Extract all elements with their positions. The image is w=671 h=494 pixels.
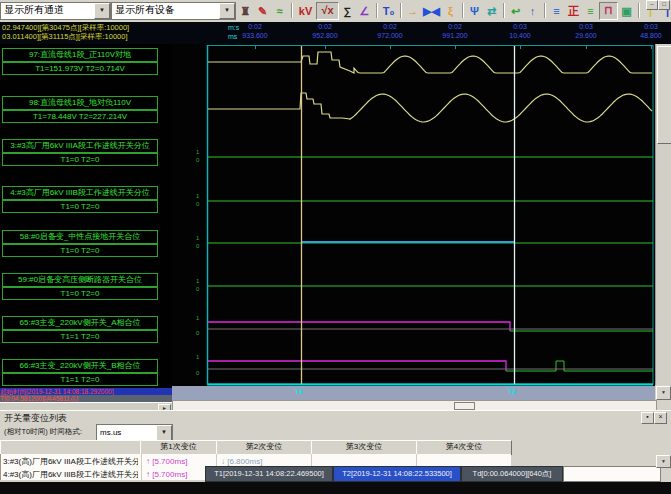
channel-value-box: T1=78.448V T2=227.214V [2,110,158,123]
pulse-icon[interactable]: ⊓ [599,2,618,20]
level-marker-1: 1 [196,278,200,284]
time-tick-label: 0:0348.800 [628,23,671,40]
chevron-down-icon[interactable]: ▼ [156,425,172,441]
cursor-label-strip: T1T2 [172,386,655,400]
up-icon[interactable]: ↑ [524,2,541,20]
toolbar-separator [462,3,463,18]
trace-97 [208,52,652,73]
channel-value-box: T1=1 T2=0 [2,373,158,386]
tick-millis: 952.800 [302,32,348,41]
time-tick-label: 0:02972.000 [367,23,413,40]
hscroll-thumb[interactable] [454,402,475,410]
chevron-down-icon[interactable]: ▼ [94,3,110,19]
channel-name-box[interactable]: 4:#3高厂用6kV IIIB段工作进线开关分位 [2,186,158,200]
tick-millis: 29.600 [563,32,609,41]
channel-value-box: T1=0 T2=0 [2,153,158,166]
close-icon[interactable]: × [654,412,667,424]
channel-name-box[interactable]: 3:#3高厂用6kV IIIA段工作进线开关分位 [2,139,158,153]
toolbar-separator [503,3,504,18]
table-scroll-down-icon[interactable]: ▼ [656,455,671,468]
cursor-info-band: 02.947400][第30475点][采样率:10000] 03.011400… [0,22,671,44]
level-marker-0: 0 [196,370,200,376]
device-icon[interactable]: ♜ [237,2,254,20]
angle-icon[interactable]: ∠ [356,2,373,20]
list-icon[interactable]: ≡ [548,2,565,20]
wave-icon[interactable]: ≈ [271,2,288,20]
channel-name-box[interactable]: 58:#0启备变_中性点接地开关合位 [2,230,158,244]
status-t1-time: T1[2019-12-31 14:08:22.469500] [205,466,333,482]
time-format-combo[interactable]: ms.us ▼ [96,424,173,441]
cursor-label-t1[interactable]: T1 [295,388,303,395]
chevron-down-icon[interactable]: ▼ [219,3,235,19]
kv-icon[interactable]: kV [295,2,316,20]
channel-name-box[interactable]: 66:#3主变_220kV侧开关_B相合位 [2,359,158,373]
play-marks-icon[interactable]: ▶◀ [421,2,442,20]
row-channel-name[interactable]: 3:#3(高)厂用6kV IIIA段工作进线开关分位 [3,455,138,468]
vscroll-thumb[interactable] [657,46,671,144]
header-change-1: 第1次变位 [140,440,217,455]
time-tick-label: 0:02933.600 [232,23,278,40]
record-start-info[interactable]: 起始时间[2019-12-31 14:08:18.292000] [0,388,172,395]
t0-icon[interactable]: T₀ [380,2,397,20]
toolbar-separator [400,3,401,18]
header-change-4: 第4次变位 [416,440,512,455]
channel-name-box[interactable]: 59:#0启备变高压侧断路器开关合位 [2,273,158,287]
pin-icon[interactable]: ▪ [641,412,654,424]
header-channel [0,440,141,455]
tick-minutes: 0:03 [563,23,609,32]
channel-value-box: T1=0 T2=0 [2,244,158,257]
scale-icon[interactable]: Ψ [466,2,483,20]
level-marker-1: 1 [196,235,200,241]
plot-frame [208,46,654,385]
level-marker-1: 1 [196,315,200,321]
tick-millis: 972.000 [367,32,413,41]
swap-icon[interactable]: ⇄ [483,2,500,20]
level-marker-0: 0 [196,286,200,292]
maximize-button[interactable]: □ [658,0,670,10]
tick-millis: 933.600 [232,32,278,41]
time-format-value: ms.us [100,428,121,437]
back-icon[interactable]: ↩ [507,2,524,20]
time-tick-label: 0:0329.600 [563,23,609,40]
channel-filter-value: 显示所有通道 [4,4,64,15]
zheng-icon[interactable]: 正 [565,2,582,20]
row-channel-name[interactable]: 4:#3(高)厂用6kV IIIB段工作进线开关分位 [3,468,138,481]
header-change-2: 第2次变位 [216,440,312,455]
channel-name-box[interactable]: 97:直流母线1段_正110V对地 [2,48,158,62]
device-filter-combo[interactable]: 显示所有设备 ▼ [111,2,236,20]
cursor-label-t2[interactable]: T2 [508,388,516,395]
tick-minutes: 0:02 [432,23,478,32]
copy-icon[interactable]: ▣ [618,2,635,20]
level-marker-0: 0 [196,330,200,336]
jump-icon[interactable]: → [404,2,421,20]
channel-filter-combo[interactable]: 显示所有通道 ▼ [0,2,111,20]
t2-sample-info: 03.011400][第31115点][采样率:10000] [2,33,128,41]
level-marker-1: 1 [196,193,200,199]
channel-name-box[interactable]: 65:#3主变_220kV侧开关_A相合位 [2,316,158,330]
fault-recorder-app: { "toolbar": { "combo1": "显示所有通道", "comb… [0,0,671,494]
pen-icon[interactable]: ✎ [254,2,271,20]
row-change-1[interactable]: ↑ [5.700ms] [146,468,214,481]
level-marker-0: 0 [196,201,200,207]
minimize-button[interactable]: – [646,0,658,10]
plot-vscrollbar[interactable] [655,44,671,385]
toolbar-separator [544,3,545,18]
column-divider [141,454,142,480]
tick-minutes: 0:03 [628,23,671,32]
channel-value-box: T1=0 T2=0 [2,287,158,300]
tick-minutes: 0:02 [367,23,413,32]
time-tick-label: 0:0310.400 [497,23,543,40]
updown-icon[interactable]: ξ [442,2,459,20]
row-change-1[interactable]: ↑ [5.700ms] [146,455,214,468]
tick-minutes: 0:03 [497,23,543,32]
multilist-icon[interactable]: ≡ [582,2,599,20]
channel-value-box: T1=1 T2=0 [2,330,158,343]
sqrt-icon[interactable]: √x [316,2,339,20]
tick-millis: 10.400 [497,32,543,41]
trace-65 [208,322,510,331]
trace-66-post [506,361,653,371]
sigma-icon[interactable]: ∑ [339,2,356,20]
level-marker-1: 1 [196,354,200,360]
scroll-down-icon[interactable]: ▼ [656,386,671,400]
channel-name-box[interactable]: 98:直流母线1段_地对负110V [2,96,158,110]
